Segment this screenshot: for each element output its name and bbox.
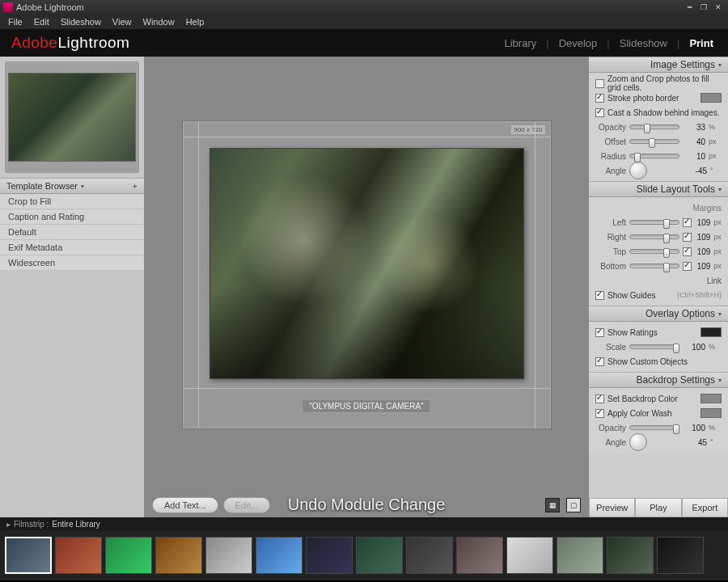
center-canvas-area: 728 x 582 "OLYMPUS DIGITAL CAMERA" Add T… [144,57,589,517]
zoom-crop-checkbox[interactable] [595,79,604,88]
margin-right-slider[interactable] [629,234,679,239]
filmstrip[interactable] [0,530,728,580]
filmstrip-thumb[interactable] [306,537,353,574]
filmstrip-thumb[interactable] [5,537,52,574]
add-template-icon[interactable]: + [133,181,138,191]
template-row[interactable]: Crop to Fill [0,194,144,209]
chevron-down-icon: ▾ [718,377,722,384]
slide-canvas[interactable]: 728 x 582 "OLYMPUS DIGITAL CAMERA" [144,57,589,493]
margin-top-lock[interactable] [683,247,692,256]
left-panel-fill [0,271,144,517]
preview-button[interactable]: Preview [589,498,635,517]
template-row[interactable]: Exif Metadata [0,240,144,255]
margin-top-slider[interactable] [629,249,679,254]
template-browser-header[interactable]: Template Browser ▾ + [0,178,144,194]
wash-color-swatch[interactable] [700,408,722,418]
guide-line [535,122,535,428]
overlay-options-header[interactable]: Overlay Options▾ [589,306,728,322]
filmstrip-thumb[interactable] [105,537,152,574]
shadow-offset-slider[interactable] [629,139,679,144]
app-icon [3,2,13,12]
margin-bottom-slider[interactable] [629,264,679,268]
show-custom-checkbox[interactable] [595,357,604,366]
chevron-down-icon: ▾ [718,61,722,69]
filmstrip-thumb[interactable] [356,537,403,574]
margin-right-lock[interactable] [683,233,692,242]
backdrop-settings-body: Set Backdrop Color Apply Color Wash Opac… [589,388,728,453]
template-row[interactable]: Caption and Rating [0,209,144,225]
right-panel: Image Settings▾ Zoom and Crop photos to … [589,57,728,517]
margin-left-slider[interactable] [629,220,679,225]
show-guides-checkbox[interactable] [595,291,604,300]
filmstrip-thumb[interactable] [557,537,603,574]
module-picker: Library| Develop| Slideshow| Print [501,37,717,49]
backdrop-color-swatch[interactable] [700,394,722,403]
ratings-scale-slider[interactable] [629,344,679,349]
slide-layout-header[interactable]: Slide Layout Tools▾ [589,181,728,197]
chevron-right-icon: ▸ [6,520,11,529]
menu-help[interactable]: Help [181,17,210,27]
wash-opacity-slider[interactable] [629,425,679,430]
ratings-color-swatch[interactable] [700,327,722,337]
left-panel: Template Browser ▾ + Crop to Fill Captio… [0,57,144,517]
menu-window[interactable]: Window [138,17,180,27]
wash-angle-dial[interactable] [629,433,647,451]
minimize-button[interactable]: ━ [683,2,696,12]
slide-caption[interactable]: "OLYMPUS DIGITAL CAMERA" [302,399,430,413]
filmstrip-thumb[interactable] [506,537,553,574]
slide-photo[interactable] [210,148,524,379]
play-button[interactable]: Play [635,498,681,517]
margin-link-toggle[interactable]: Link [707,276,722,285]
menu-view[interactable]: View [108,17,137,27]
add-text-button[interactable]: Add Text... [152,497,218,513]
shadow-opacity-slider[interactable] [629,124,679,129]
maximize-button[interactable]: ❐ [697,2,710,12]
filmstrip-thumb[interactable] [155,537,202,574]
margin-bottom-lock[interactable] [683,262,692,271]
stroke-checkbox[interactable] [595,94,604,103]
menu-slideshow[interactable]: Slideshow [56,17,106,27]
chevron-down-icon: ▾ [81,183,84,190]
app-brand: AdobeLightroom [11,34,129,52]
module-slideshow[interactable]: Slideshow [616,37,671,49]
view-mode-dark-button[interactable]: ▦ [545,498,560,512]
color-wash-checkbox[interactable] [595,409,604,418]
filmstrip-thumb[interactable] [55,537,102,574]
filmstrip-thumb[interactable] [256,537,303,574]
filmstrip-thumb[interactable] [205,537,252,574]
navigator-thumb[interactable] [5,61,139,173]
main-menubar: File Edit Slideshow View Window Help [0,15,728,29]
backdrop-color-checkbox[interactable] [595,394,604,403]
filmstrip-thumb[interactable] [456,537,503,574]
module-develop[interactable]: Develop [556,37,601,49]
template-list: Crop to Fill Caption and Rating Default … [0,194,144,271]
backdrop-settings-header[interactable]: Backdrop Settings▾ [589,372,728,388]
module-library[interactable]: Library [501,37,540,49]
template-row[interactable]: Default [0,225,144,240]
template-row[interactable]: Widescreen [0,255,144,271]
close-button[interactable]: ✕ [712,2,725,12]
window-titlebar: Adobe Lightroom ━ ❐ ✕ [0,0,728,15]
image-settings-header[interactable]: Image Settings▾ [589,57,728,73]
margin-left-lock[interactable] [683,218,692,227]
export-button[interactable]: Export [682,498,728,517]
shadow-radius-slider[interactable] [629,154,679,158]
filmstrip-thumb[interactable] [657,537,704,574]
menu-file[interactable]: File [3,17,28,27]
shadow-checkbox[interactable] [595,108,604,117]
work-area: Template Browser ▾ + Crop to Fill Captio… [0,57,728,517]
menu-edit[interactable]: Edit [29,17,54,27]
module-print[interactable]: Print [686,37,717,49]
dimension-tag: 728 x 582 [511,125,544,134]
shadow-angle-dial[interactable] [629,162,647,179]
edit-button[interactable]: Edit... [223,497,270,513]
guide-line [184,137,550,137]
filmstrip-thumb[interactable] [406,537,453,574]
filmstrip-header[interactable]: ▸ Filmstrip : Entire Library [0,517,728,530]
stroke-color-swatch[interactable] [700,93,722,103]
right-bottom-bar: Preview Play Export [589,498,728,517]
filmstrip-thumb[interactable] [607,537,654,574]
show-ratings-checkbox[interactable] [595,328,604,337]
view-mode-light-button[interactable]: ▢ [566,498,581,512]
header-bar: AdobeLightroom Library| Develop| Slidesh… [0,29,728,57]
